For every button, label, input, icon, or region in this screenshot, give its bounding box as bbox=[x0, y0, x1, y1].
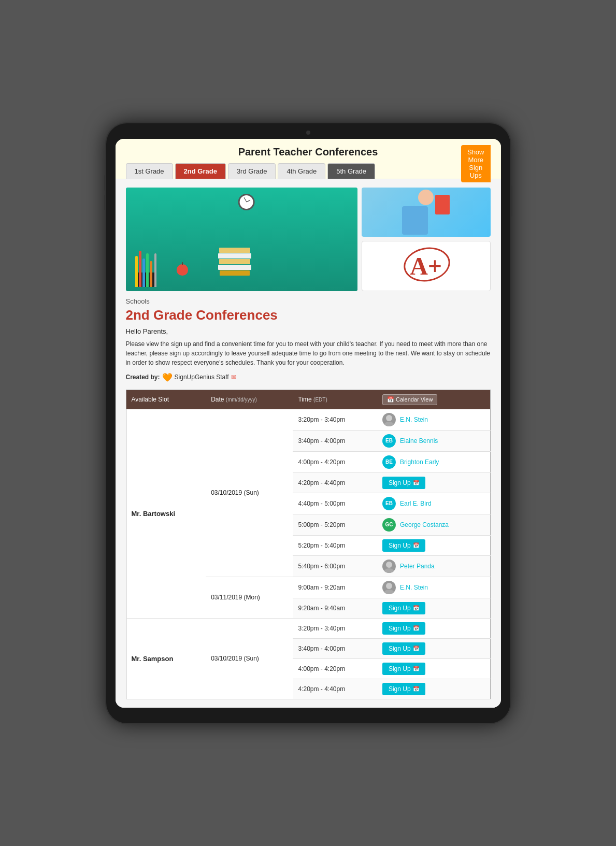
show-more-group: Show More Sign Ups ▾ bbox=[479, 145, 491, 159]
th-calendar: 📅 Calendar View bbox=[377, 390, 490, 409]
svg-point-2 bbox=[386, 562, 392, 568]
time-cell: 4:40pm - 5:00pm bbox=[293, 493, 377, 514]
signup-cell: Sign Up 📅 bbox=[377, 618, 490, 638]
signee-info: E.N. Stein bbox=[382, 581, 485, 594]
th-slot: Available Slot bbox=[126, 390, 206, 409]
time-cell: 3:40pm - 4:00pm bbox=[293, 430, 377, 451]
sign-up-label: Sign Up bbox=[389, 605, 411, 612]
signup-cell: EBEarl E. Bird bbox=[377, 493, 490, 514]
screen: Parent Teacher Conferences Show More Sig… bbox=[116, 139, 501, 708]
sign-up-label: Sign Up bbox=[389, 645, 411, 652]
tab-1st-grade[interactable]: 1st Grade bbox=[126, 163, 173, 179]
signee-name: George Costanza bbox=[400, 521, 449, 528]
schools-label: Schools bbox=[126, 297, 491, 305]
sign-up-label: Sign Up bbox=[389, 685, 411, 693]
tab-5th-grade[interactable]: 5th Grade bbox=[327, 163, 375, 179]
avatar: EB bbox=[382, 434, 396, 448]
avatar bbox=[382, 581, 396, 594]
camera bbox=[306, 131, 310, 135]
avatar: EB bbox=[382, 497, 396, 510]
sign-up-label: Sign Up bbox=[389, 665, 411, 672]
grade-image: A+ bbox=[362, 241, 491, 291]
th-date: Date (mm/dd/yyyy) bbox=[206, 390, 293, 409]
svg-point-5 bbox=[384, 590, 394, 594]
signup-cell: GCGeorge Costanza bbox=[377, 514, 490, 535]
sign-up-button[interactable]: Sign Up 📅 bbox=[382, 683, 425, 695]
avatar bbox=[382, 560, 396, 573]
tab-4th-grade[interactable]: 4th Grade bbox=[278, 163, 325, 179]
email-icon: ✉ bbox=[231, 374, 236, 381]
sign-up-button[interactable]: Sign Up 📅 bbox=[382, 539, 425, 552]
time-cell: 5:20pm - 5:40pm bbox=[293, 535, 377, 555]
signee-info: EBEarl E. Bird bbox=[382, 497, 485, 510]
time-cell: 4:20pm - 4:40pm bbox=[293, 679, 377, 699]
volume-buttons bbox=[104, 175, 106, 210]
avatar: BE bbox=[382, 455, 396, 469]
time-cell: 5:00pm - 5:20pm bbox=[293, 514, 377, 535]
signee-info: E.N. Stein bbox=[382, 413, 485, 426]
sign-up-label: Sign Up bbox=[389, 625, 411, 632]
power-button bbox=[510, 185, 512, 217]
calendar-icon: 📅 bbox=[413, 542, 419, 548]
signup-cell: E.N. Stein bbox=[377, 409, 490, 431]
slot-cell: Mr. Bartowski bbox=[126, 409, 206, 619]
svg-point-3 bbox=[384, 568, 394, 573]
conference-title: 2nd Grade Conferences bbox=[126, 307, 491, 323]
signup-cell: Sign Up 📅 bbox=[377, 658, 490, 679]
created-by-label: Created by: bbox=[126, 374, 160, 381]
show-more-button[interactable]: Show More Sign Ups bbox=[461, 145, 491, 182]
signup-cell: Sign Up 📅 bbox=[377, 472, 490, 493]
time-cell: 3:20pm - 3:40pm bbox=[293, 409, 377, 431]
signup-cell: Sign Up 📅 bbox=[377, 598, 490, 618]
signee-name: Earl E. Bird bbox=[400, 500, 432, 507]
signee-info: Peter Panda bbox=[382, 560, 485, 573]
signup-cell: Sign Up 📅 bbox=[377, 638, 490, 658]
calendar-icon: 📅 bbox=[413, 646, 419, 651]
signee-name: Brighton Early bbox=[400, 458, 439, 466]
date-cell: 03/10/2019 (Sun) bbox=[206, 409, 293, 577]
signee-info: BEBrighton Early bbox=[382, 455, 485, 469]
avatar: GC bbox=[382, 518, 396, 532]
signee-name: E.N. Stein bbox=[400, 584, 428, 591]
signup-cell: Sign Up 📅 bbox=[377, 535, 490, 555]
tab-3rd-grade[interactable]: 3rd Grade bbox=[228, 163, 276, 179]
sign-up-button[interactable]: Sign Up 📅 bbox=[382, 663, 425, 675]
sign-up-button[interactable]: Sign Up 📅 bbox=[382, 602, 425, 614]
signee-name: E.N. Stein bbox=[400, 416, 428, 423]
time-cell: 5:40pm - 6:00pm bbox=[293, 555, 377, 577]
grade-display: A+ bbox=[410, 252, 442, 280]
sign-up-button[interactable]: Sign Up 📅 bbox=[382, 622, 425, 635]
sign-up-button[interactable]: Sign Up 📅 bbox=[382, 477, 425, 489]
image-collage: A+ bbox=[126, 188, 491, 291]
signee-name: Peter Panda bbox=[400, 563, 435, 570]
signup-genius-icon: 🧡 bbox=[162, 372, 173, 382]
time-cell: 9:20am - 9:40am bbox=[293, 598, 377, 618]
avatar bbox=[382, 413, 396, 426]
date-cell: 03/10/2019 (Sun) bbox=[206, 618, 293, 699]
signup-cell: Sign Up 📅 bbox=[377, 679, 490, 699]
signup-cell: E.N. Stein bbox=[377, 577, 490, 598]
main-image bbox=[126, 188, 357, 291]
hello-text: Hello Parents, bbox=[126, 327, 491, 335]
signee-info: EBElaine Bennis bbox=[382, 434, 485, 448]
signup-cell: BEBrighton Early bbox=[377, 451, 490, 472]
signup-table: Available Slot Date (mm/dd/yyyy) Time (E… bbox=[126, 390, 491, 699]
signup-cell: Peter Panda bbox=[377, 555, 490, 577]
time-cell: 4:00pm - 4:20pm bbox=[293, 658, 377, 679]
calendar-icon: 📅 bbox=[413, 666, 419, 671]
tab-2nd-grade[interactable]: 2nd Grade bbox=[175, 163, 226, 179]
time-cell: 4:00pm - 4:20pm bbox=[293, 451, 377, 472]
svg-point-0 bbox=[386, 415, 392, 421]
signee-name: Elaine Bennis bbox=[400, 437, 438, 444]
sign-up-label: Sign Up bbox=[389, 542, 411, 549]
calendar-icon: 📅 bbox=[413, 605, 419, 611]
calendar-icon: 📅 bbox=[413, 480, 419, 485]
signee-info: GCGeorge Costanza bbox=[382, 518, 485, 532]
calendar-view-button[interactable]: 📅 Calendar View bbox=[382, 394, 437, 405]
description-text: Please view the sign up and find a conve… bbox=[126, 339, 491, 367]
grade-circle bbox=[401, 243, 453, 285]
sign-up-button[interactable]: Sign Up 📅 bbox=[382, 642, 425, 655]
header-top: Parent Teacher Conferences Show More Sig… bbox=[126, 146, 491, 158]
sign-up-label: Sign Up bbox=[389, 479, 411, 486]
svg-point-4 bbox=[386, 583, 392, 589]
